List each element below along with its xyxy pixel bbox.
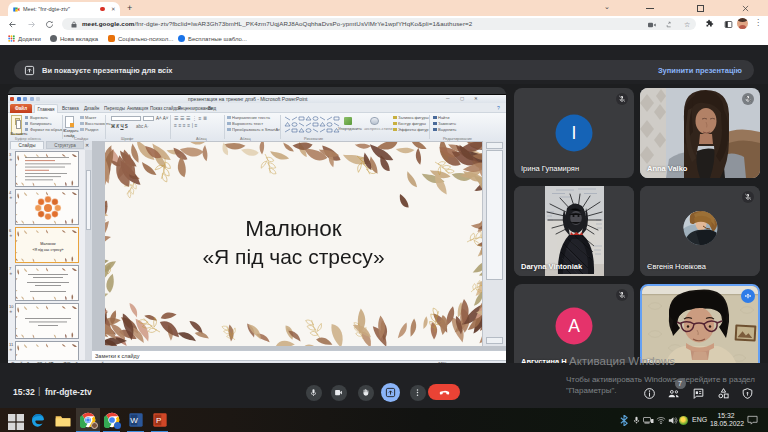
svg-text:W: W [130,416,138,425]
svg-text:Малюнок: Малюнок [245,216,341,241]
svg-text:Малюнок: Малюнок [40,242,56,246]
svg-text:«Я під час стресу»: «Я під час стресу» [32,248,63,252]
svg-text:P: P [156,416,161,425]
svg-text:«Я під час стресу»: «Я під час стресу» [202,245,384,268]
